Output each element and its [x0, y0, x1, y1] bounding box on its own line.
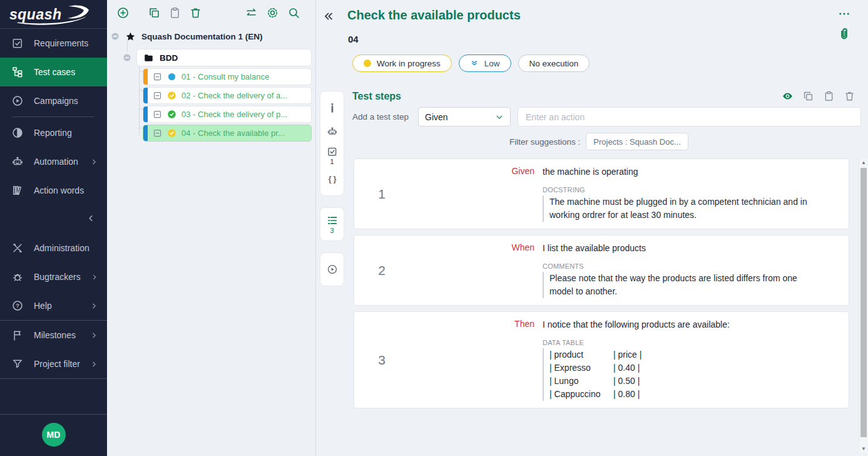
tree-panel: Squash Documentation 1 (EN) BDD 01 - Con… — [107, 0, 316, 456]
new-item-button[interactable] — [116, 6, 130, 19]
transpose-button[interactable] — [245, 6, 258, 19]
tab-executions[interactable] — [327, 257, 338, 281]
sidebar-item-label: Automation — [34, 157, 78, 167]
format-bar — [143, 125, 148, 141]
sidebar-item-administration[interactable]: Administration — [0, 234, 107, 262]
sidebar-item-milestones[interactable]: Milestones — [0, 321, 107, 350]
sidebar-item-help[interactable]: ?Help — [0, 291, 107, 320]
paste-button[interactable] — [168, 6, 181, 19]
badge-low[interactable]: Low — [459, 54, 511, 72]
attachments-icon[interactable] — [837, 25, 852, 43]
project-name: Squash Documentation 1 (EN) — [141, 32, 263, 41]
checkbox-minus-icon[interactable] — [153, 72, 162, 81]
data-table-row: | Lungo| 0.50 | — [549, 375, 818, 388]
sidebar-item-action-words[interactable]: Action words — [0, 176, 107, 205]
administration-icon — [11, 242, 24, 254]
search-button[interactable] — [287, 6, 300, 19]
sidebar-collapse-button[interactable] — [0, 207, 107, 229]
more-menu-icon[interactable] — [838, 8, 850, 20]
svg-text:{ }: { } — [328, 175, 336, 184]
paste-steps-icon[interactable] — [823, 90, 835, 102]
data-table-row: | Expresso| 0.40 | — [549, 361, 818, 375]
sidebar-item-label: Reporting — [34, 128, 72, 138]
step-body: I list the available productsCOMMENTSPle… — [534, 236, 849, 305]
tab-parameters[interactable]: { } — [327, 167, 338, 191]
collapse-toggle-icon[interactable] — [111, 32, 120, 41]
scrollbar-thumb[interactable] — [860, 168, 867, 437]
test-case-label: 03 - Check the delivery of p... — [181, 110, 287, 119]
format-bar — [143, 88, 148, 103]
step-number: 2 — [354, 236, 409, 305]
tree-test-case-04[interactable]: 04 - Check the available pr... — [143, 125, 312, 142]
sidebar-item-campaigns[interactable]: Campaigns — [0, 86, 107, 115]
folder-name: BDD — [160, 53, 178, 63]
folder-icon — [143, 53, 154, 63]
vertical-scrollbar[interactable]: ▲ ▼ — [859, 158, 868, 453]
tab-test-steps[interactable]: 3 — [327, 212, 338, 236]
sidebar-item-bugtrackers[interactable]: Bugtrackers — [0, 262, 107, 291]
collapse-toggle-icon[interactable] — [123, 53, 131, 62]
star-icon — [125, 31, 136, 42]
sidebar-item-label: Milestones — [34, 330, 76, 340]
delete-steps-icon[interactable] — [844, 90, 855, 102]
delete-button[interactable] — [189, 6, 202, 19]
folder-item[interactable]: BDD — [136, 49, 312, 66]
tree-project-row[interactable]: Squash Documentation 1 (EN) — [107, 28, 315, 45]
steps-count: 3 — [330, 227, 334, 234]
test-case-reference: 04 — [348, 34, 359, 44]
sidebar-item-test-cases[interactable]: Test cases — [0, 58, 107, 86]
yellow-check-icon — [167, 91, 176, 100]
chevron-right-icon — [90, 331, 98, 339]
tab-verified-requirements[interactable]: 1 — [327, 143, 338, 167]
robot-icon — [327, 126, 338, 137]
step-number: 1 — [354, 159, 409, 229]
sidebar-item-label: Action words — [34, 185, 84, 195]
collapse-panel-icon[interactable] — [322, 10, 335, 23]
action-input[interactable] — [518, 107, 861, 127]
checkbox-minus-icon[interactable] — [153, 110, 162, 119]
step-section-label: DOCSTRING — [543, 186, 840, 194]
tree-test-case-02[interactable]: 02 - Check the delivery of a... — [143, 87, 312, 104]
help-icon: ? — [11, 299, 24, 312]
show-details-icon[interactable] — [782, 90, 794, 102]
chevron-right-icon — [90, 302, 98, 310]
checkbox-minus-icon[interactable] — [153, 128, 162, 138]
svg-text:?: ? — [16, 303, 19, 309]
test-step-2[interactable]: 2WhenI list the available productsCOMMEN… — [354, 235, 849, 306]
bugtrackers-icon — [11, 271, 24, 283]
badge-work-in-progress[interactable]: Work in progress — [352, 54, 452, 72]
test-case-label: 01 - Consult my balance — [181, 72, 269, 81]
step-action: the machine is operating — [543, 165, 840, 179]
scroll-down-icon[interactable]: ▼ — [859, 445, 868, 453]
tab-automation[interactable] — [327, 120, 338, 143]
status-dot-icon — [364, 60, 371, 67]
sidebar-divider — [13, 117, 94, 117]
checkbox-minus-icon[interactable] — [153, 91, 162, 100]
test-step-1[interactable]: 1Giventhe machine is operatingDOCSTRINGT… — [354, 158, 849, 229]
scrollbar-track[interactable] — [859, 167, 868, 445]
filter-projects-chip[interactable]: Projects : Squash Doc... — [586, 133, 688, 150]
tab-information[interactable] — [327, 96, 338, 120]
test-steps-actions — [782, 90, 855, 102]
tree-test-case-03[interactable]: 03 - Check the delivery of p... — [143, 106, 312, 123]
tree-settings-button[interactable] — [266, 6, 279, 19]
chevron-right-icon — [91, 273, 98, 281]
scroll-up-icon[interactable]: ▲ — [859, 158, 868, 167]
keyword-select[interactable]: Given — [418, 107, 511, 127]
test-case-label: 02 - Check the delivery of a... — [181, 91, 287, 100]
sidebar-item-project-filter[interactable]: Project filter — [0, 350, 107, 378]
test-step-3[interactable]: 3ThenI notice that the following product… — [354, 311, 849, 408]
reporting-icon — [11, 127, 24, 139]
copy-steps-icon[interactable] — [802, 90, 814, 102]
sidebar-item-reporting[interactable]: Reporting — [0, 118, 107, 147]
sidebar-item-automation[interactable]: Automation — [0, 147, 107, 176]
avatar[interactable]: MD — [42, 423, 66, 447]
tree-test-case-01[interactable]: 01 - Consult my balance — [143, 68, 312, 85]
page-title: Check the available products — [347, 8, 521, 23]
sidebar-item-requirements[interactable]: Requirements — [0, 29, 107, 58]
add-step-row: Add a test step Given — [352, 107, 861, 127]
sidebar-item-label: Administration — [34, 243, 89, 253]
step-data-table: | product| price || Expresso| 0.40 || Lu… — [543, 348, 818, 401]
automation-icon — [11, 155, 24, 168]
copy-button[interactable] — [148, 6, 161, 19]
